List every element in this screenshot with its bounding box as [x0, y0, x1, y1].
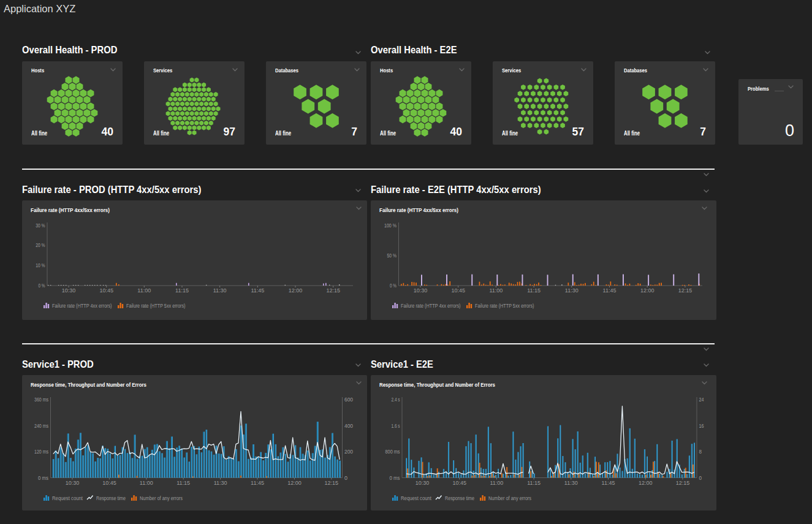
svg-text:Failure rate (HTTP 4xx/5xx err: Failure rate (HTTP 4xx/5xx errors) [379, 207, 458, 213]
svg-text:200: 200 [344, 449, 353, 455]
svg-text:120 ms: 120 ms [34, 449, 48, 455]
svg-text:Failure rate (HTTP 4xx/5xx err: Failure rate (HTTP 4xx/5xx errors) [31, 207, 110, 213]
svg-text:11:30: 11:30 [565, 287, 579, 294]
svg-text:11:15: 11:15 [176, 480, 190, 486]
svg-text:11:30: 11:30 [213, 287, 227, 294]
svg-text:0 %: 0 % [39, 283, 45, 289]
svg-text:Failure rate (HTTP 5xx errors): Failure rate (HTTP 5xx errors) [126, 303, 186, 309]
svg-text:12:15: 12:15 [678, 287, 692, 294]
svg-text:100 %: 100 % [384, 222, 397, 229]
svg-text:11:00: 11:00 [140, 480, 153, 486]
svg-text:30 %: 30 % [36, 222, 45, 229]
svg-text:0 %: 0 % [390, 283, 397, 289]
svg-text:800 ms: 800 ms [385, 449, 400, 455]
svg-text:0: 0 [344, 475, 347, 481]
svg-text:20 %: 20 % [36, 242, 45, 248]
svg-text:10:45: 10:45 [452, 480, 466, 486]
svg-text:Request count: Request count [401, 495, 431, 501]
svg-text:600: 600 [344, 397, 353, 403]
svg-text:Number of any errors: Number of any errors [140, 495, 183, 501]
svg-text:Request count: Request count [52, 495, 83, 501]
svg-text:10:45: 10:45 [102, 480, 116, 486]
svg-text:11:45: 11:45 [251, 287, 264, 294]
svg-text:12:00: 12:00 [289, 287, 303, 294]
svg-text:Response time, Throughput and: Response time, Throughput and Number of … [379, 381, 495, 388]
svg-text:240 ms: 240 ms [34, 423, 48, 429]
svg-text:0 ms: 0 ms [390, 475, 400, 481]
svg-text:10 %: 10 % [36, 262, 45, 268]
svg-text:360 ms: 360 ms [34, 397, 48, 403]
svg-text:Failure rate (HTTP 5xx errors): Failure rate (HTTP 5xx errors) [475, 303, 534, 309]
svg-text:10:45: 10:45 [451, 287, 465, 294]
svg-text:11:00: 11:00 [137, 287, 151, 294]
svg-text:50 %: 50 % [387, 253, 397, 259]
svg-text:12:00: 12:00 [640, 287, 655, 294]
svg-text:12:15: 12:15 [325, 480, 339, 486]
svg-text:11:30: 11:30 [214, 480, 227, 486]
svg-text:10:30: 10:30 [62, 287, 76, 294]
svg-text:10:45: 10:45 [99, 287, 113, 294]
svg-text:Response time, Throughput and: Response time, Throughput and Number of … [31, 381, 146, 388]
svg-text:0: 0 [699, 475, 702, 481]
svg-text:12:15: 12:15 [326, 287, 340, 294]
svg-text:11:45: 11:45 [602, 480, 615, 486]
svg-text:2.4 s: 2.4 s [392, 397, 400, 403]
svg-text:10:30: 10:30 [415, 480, 430, 486]
svg-text:24: 24 [699, 397, 704, 403]
svg-text:11:00: 11:00 [490, 480, 503, 486]
svg-text:12:15: 12:15 [676, 480, 690, 486]
svg-text:11:45: 11:45 [603, 287, 617, 294]
svg-text:10:30: 10:30 [66, 480, 80, 486]
svg-text:Number of any errors: Number of any errors [488, 495, 531, 501]
svg-text:Response time: Response time [445, 495, 474, 501]
svg-text:12:00: 12:00 [639, 480, 653, 486]
svg-text:11:15: 11:15 [527, 480, 541, 486]
svg-text:0 ms: 0 ms [38, 475, 48, 481]
svg-text:Failure rate (HTTP 4xx errors): Failure rate (HTTP 4xx errors) [401, 303, 461, 309]
svg-text:11:00: 11:00 [489, 287, 503, 294]
svg-text:11:15: 11:15 [527, 287, 541, 294]
svg-text:11:15: 11:15 [175, 287, 189, 294]
svg-text:16: 16 [699, 423, 704, 429]
svg-text:8: 8 [699, 449, 702, 455]
svg-text:10:30: 10:30 [414, 287, 428, 294]
svg-text:Response time: Response time [96, 495, 126, 501]
svg-text:1.6 s: 1.6 s [392, 423, 400, 429]
svg-text:400: 400 [344, 423, 353, 429]
svg-text:11:45: 11:45 [251, 480, 264, 486]
svg-text:12:00: 12:00 [287, 480, 302, 486]
svg-text:Failure rate (HTTP 4xx errors): Failure rate (HTTP 4xx errors) [52, 303, 112, 309]
svg-text:11:30: 11:30 [564, 480, 578, 486]
